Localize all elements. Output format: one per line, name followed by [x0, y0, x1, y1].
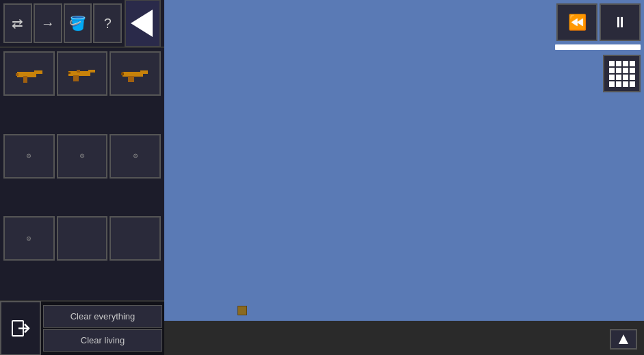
rewind-icon: ⏪	[568, 14, 587, 31]
gun2-icon	[66, 64, 97, 84]
svg-rect-10	[140, 70, 148, 74]
svg-rect-2	[23, 76, 27, 83]
bottom-right-controls	[610, 329, 637, 350]
toolbar: ⇄ → 🪣 ?	[0, 0, 164, 48]
grid-cell-gun3[interactable]	[110, 51, 161, 96]
gun1-icon	[14, 64, 44, 84]
item-grid: ⚙ ⚙ ⚙ ⚙	[0, 48, 164, 300]
item5-label: ⚙	[79, 153, 85, 159]
grid-cell-item5[interactable]: ⚙	[57, 134, 108, 179]
svg-rect-5	[88, 70, 95, 73]
play-arrow-icon	[131, 10, 153, 37]
canvas-area[interactable]: ⏪ ⏸	[164, 0, 644, 355]
svg-rect-3	[16, 73, 18, 76]
swap-icon: ⇄	[12, 15, 23, 31]
spawn-button[interactable]	[610, 329, 637, 350]
main-container: ⇄ → 🪣 ?	[0, 0, 644, 355]
grid-icon	[609, 61, 635, 87]
grid-overlay-container	[603, 55, 641, 92]
clear-living-button[interactable]: Clear living	[43, 329, 162, 352]
item4-label: ⚙	[26, 153, 31, 159]
play-button[interactable]	[125, 0, 161, 47]
svg-marker-15	[619, 334, 628, 344]
item6-label: ⚙	[133, 153, 138, 159]
svg-rect-12	[121, 73, 124, 75]
svg-rect-1	[34, 70, 42, 74]
pause-button[interactable]: ⏸	[600, 3, 641, 41]
arrow-icon: →	[41, 16, 55, 31]
exit-icon	[10, 318, 31, 339]
svg-rect-11	[128, 76, 134, 82]
ground	[164, 321, 644, 355]
help-icon: ?	[104, 16, 112, 31]
entity-particle	[237, 306, 247, 315]
svg-rect-6	[73, 75, 79, 81]
playback-controls: ⏪ ⏸	[556, 3, 641, 41]
bucket-tool-button[interactable]: 🪣	[64, 3, 92, 43]
exit-button[interactable]	[0, 301, 41, 355]
sidebar: ⇄ → 🪣 ?	[0, 0, 164, 355]
item7-label: ⚙	[26, 235, 31, 242]
swap-tool-button[interactable]: ⇄	[3, 3, 32, 43]
bottom-bar: Clear everything Clear living	[0, 300, 164, 355]
svg-rect-9	[123, 72, 143, 77]
gun3-icon	[120, 64, 151, 84]
arrow-tool-button[interactable]: →	[34, 3, 62, 43]
help-tool-button[interactable]: ?	[93, 3, 122, 43]
grid-cell-item6[interactable]: ⚙	[110, 134, 161, 179]
rewind-button[interactable]: ⏪	[556, 3, 597, 41]
grid-cell-empty1[interactable]	[110, 216, 161, 261]
svg-rect-7	[68, 72, 70, 74]
top-controls: ⏪ ⏸	[555, 3, 641, 50]
grid-cell-item8[interactable]	[57, 216, 108, 261]
clear-buttons: Clear everything Clear living	[41, 303, 164, 354]
grid-cell-item4[interactable]: ⚙	[3, 134, 55, 179]
grid-cell-item7[interactable]: ⚙	[3, 216, 55, 261]
spawn-icon	[617, 332, 630, 346]
progress-bar[interactable]	[555, 44, 641, 50]
grid-overlay-button[interactable]	[603, 55, 641, 92]
grid-cell-gun1[interactable]	[3, 51, 55, 96]
bucket-icon: 🪣	[69, 15, 86, 31]
clear-everything-button[interactable]: Clear everything	[43, 305, 162, 328]
pause-icon: ⏸	[613, 14, 628, 31]
grid-cell-gun2[interactable]	[57, 51, 108, 96]
svg-rect-8	[77, 70, 80, 73]
